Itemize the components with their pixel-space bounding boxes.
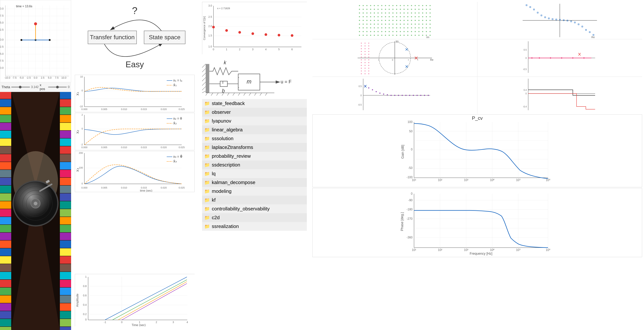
svg-rect-81 bbox=[60, 115, 71, 122]
svg-point-289 bbox=[362, 9, 364, 10]
svg-rect-69 bbox=[0, 264, 11, 272]
file-item-lyapunov[interactable]: 📁 lyapunov bbox=[202, 117, 307, 125]
folder-icon: 📁 bbox=[204, 163, 210, 167]
svg-point-276 bbox=[388, 5, 390, 6]
svg-point-351 bbox=[370, 20, 371, 21]
file-item-ssdescription[interactable]: 📁 ssdescription bbox=[202, 161, 307, 169]
svg-point-398 bbox=[396, 27, 397, 28]
svg-rect-92 bbox=[60, 201, 71, 209]
svg-text:10: 10 bbox=[80, 75, 83, 78]
svg-rect-80 bbox=[60, 107, 71, 115]
svg-point-382 bbox=[411, 23, 412, 25]
svg-point-325 bbox=[422, 12, 423, 14]
svg-point-286 bbox=[426, 5, 427, 6]
svg-text:0.6: 0.6 bbox=[83, 294, 87, 297]
svg-point-331 bbox=[370, 16, 371, 17]
file-item-laplace[interactable]: 📁 laplaceZtransforms bbox=[202, 143, 307, 152]
svg-text:-270: -270 bbox=[406, 217, 412, 220]
svg-point-417 bbox=[392, 31, 394, 32]
svg-text:2.5: 2.5 bbox=[0, 28, 4, 31]
svg-point-426 bbox=[426, 31, 427, 32]
svg-point-313 bbox=[378, 12, 379, 14]
file-item-modeling[interactable]: 📁 modeling bbox=[202, 187, 307, 196]
svg-text:-360: -360 bbox=[406, 236, 412, 239]
svg-text:50: 50 bbox=[409, 130, 412, 133]
file-item-c2d[interactable]: 📁 c2d bbox=[202, 213, 307, 222]
svg-rect-72 bbox=[0, 288, 11, 295]
svg-point-308 bbox=[359, 12, 360, 14]
svg-text:2.0: 2.0 bbox=[208, 25, 212, 28]
svg-text:0.010: 0.010 bbox=[121, 186, 127, 189]
svg-point-443 bbox=[414, 35, 416, 36]
file-item-kalman[interactable]: 📁 kalman_decompose bbox=[202, 178, 307, 187]
svg-point-504 bbox=[368, 62, 369, 63]
svg-point-362 bbox=[411, 20, 412, 21]
svg-point-349 bbox=[362, 20, 364, 21]
file-item-probability[interactable]: 📁 probability_review bbox=[202, 152, 307, 161]
question-mark: ? bbox=[132, 5, 138, 16]
svg-point-431 bbox=[370, 35, 371, 36]
file-name: probability_review bbox=[212, 153, 251, 159]
file-item-lq[interactable]: 📁 lq bbox=[202, 169, 307, 178]
file-name: state_feedback bbox=[212, 101, 245, 106]
svg-text:×: × bbox=[408, 59, 409, 61]
svg-text:0.5: 0.5 bbox=[359, 85, 362, 88]
svg-point-296 bbox=[388, 9, 390, 10]
svg-rect-57 bbox=[0, 170, 11, 177]
svg-text:10³: 10³ bbox=[464, 248, 468, 252]
file-name: kalman_decompose bbox=[212, 179, 256, 185]
svg-point-415 bbox=[385, 31, 386, 32]
svg-text:-10.0: -10.0 bbox=[4, 76, 10, 79]
svg-point-505 bbox=[368, 65, 369, 66]
file-item-kf[interactable]: 📁 kf bbox=[202, 196, 307, 204]
svg-rect-64 bbox=[0, 225, 11, 232]
svg-point-304 bbox=[418, 9, 420, 10]
svg-text:5: 5 bbox=[278, 48, 280, 51]
svg-text:0.020: 0.020 bbox=[161, 186, 167, 189]
xpos-slider[interactable] bbox=[48, 87, 67, 88]
svg-point-507 bbox=[368, 70, 369, 71]
svg-point-408 bbox=[359, 31, 360, 32]
svg-point-399 bbox=[400, 27, 401, 28]
theta-slider[interactable] bbox=[11, 87, 30, 88]
file-name: sssolution bbox=[212, 136, 234, 142]
svg-point-405 bbox=[422, 27, 423, 28]
svg-point-432 bbox=[374, 35, 375, 36]
file-item-linear-algebra[interactable]: 📁 linear_algebra bbox=[202, 125, 307, 134]
svg-text:10⁵: 10⁵ bbox=[516, 248, 520, 252]
file-name: ssrealization bbox=[212, 223, 239, 229]
svg-point-359 bbox=[400, 20, 401, 21]
svg-point-546 bbox=[380, 93, 380, 94]
bode-plot-phase: 0 -90 -180 -270 -360 Phase [deg.] 10¹ 10… bbox=[312, 188, 642, 257]
svg-text:5.0: 5.0 bbox=[0, 21, 4, 24]
svg-point-557 bbox=[420, 95, 421, 96]
svg-point-392 bbox=[374, 27, 375, 28]
column-2: ? Transfer function State space bbox=[71, 0, 198, 330]
file-name: kf bbox=[212, 197, 216, 203]
file-item-sssolution[interactable]: 📁 sssolution bbox=[202, 134, 307, 143]
easy-label: Easy bbox=[126, 60, 144, 69]
file-list: 📁 state_feedback 📁 observer 📁 lyapunov 📁… bbox=[202, 99, 307, 328]
svg-text:0.005: 0.005 bbox=[101, 186, 108, 189]
svg-point-549 bbox=[390, 95, 392, 96]
svg-point-311 bbox=[370, 12, 371, 14]
svg-text:x₂: x₂ bbox=[75, 130, 80, 134]
svg-rect-104 bbox=[60, 296, 71, 303]
theta-value: 3.142 bbox=[31, 85, 38, 89]
file-item-ssrealization[interactable]: 📁 ssrealization bbox=[202, 222, 307, 231]
file-item-state-feedback[interactable]: 📁 state_feedback bbox=[202, 99, 307, 108]
file-name: lq bbox=[212, 171, 216, 176]
file-item-observer[interactable]: 📁 observer bbox=[202, 108, 307, 117]
svg-rect-66 bbox=[0, 240, 11, 248]
svg-text:×: × bbox=[417, 59, 418, 61]
svg-text:x̂₂: x̂₂ bbox=[173, 121, 176, 125]
svg-point-436 bbox=[388, 35, 390, 36]
svg-point-550 bbox=[394, 95, 395, 96]
file-item-controllability[interactable]: 📁 controllability_observability bbox=[202, 204, 307, 213]
svg-point-396 bbox=[388, 27, 390, 28]
svg-text:-0.5: -0.5 bbox=[358, 104, 362, 106]
svg-point-356 bbox=[388, 20, 390, 21]
svg-point-272 bbox=[374, 5, 375, 6]
svg-point-440 bbox=[404, 35, 405, 36]
svg-point-424 bbox=[418, 31, 420, 32]
